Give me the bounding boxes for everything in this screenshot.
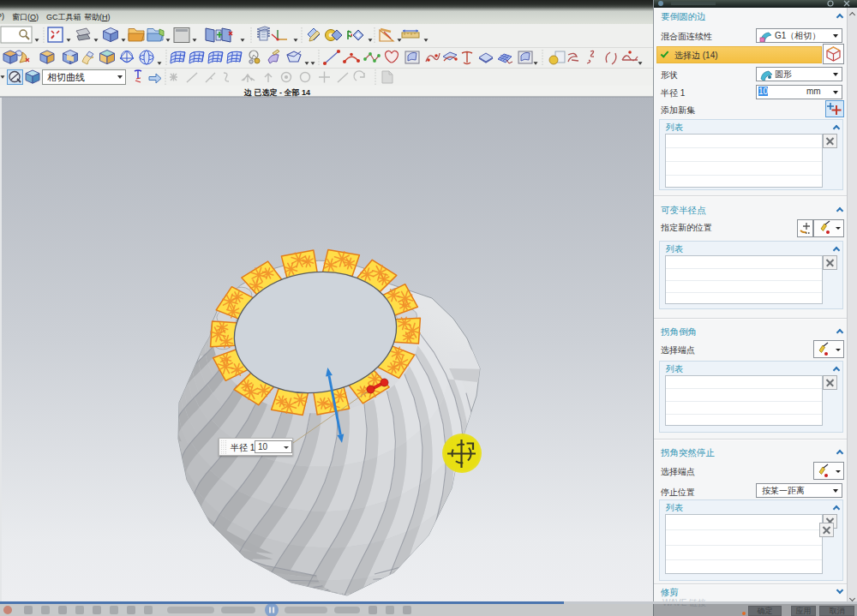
svg-text:相切曲线: 相切曲线 [47, 72, 85, 82]
